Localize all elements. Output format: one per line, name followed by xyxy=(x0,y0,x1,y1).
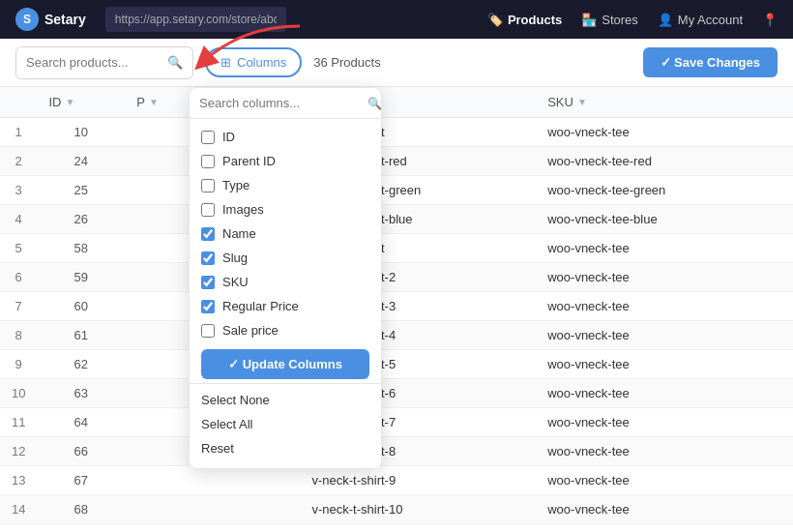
column-checkbox-type[interactable] xyxy=(201,179,215,192)
nav-products[interactable]: 🏷️ Products xyxy=(487,13,562,27)
sku-filter-icon[interactable]: ▼ xyxy=(577,97,587,107)
columns-label: Columns xyxy=(237,55,286,70)
cell-rownum: 13 xyxy=(0,466,37,495)
nav-links: 🏷️ Products 🏪 Stores 👤 My Account 📍 xyxy=(487,13,778,27)
nav-stores[interactable]: 🏪 Stores xyxy=(581,13,638,27)
column-item-slug[interactable]: Slug xyxy=(190,246,381,270)
column-checkbox-sku[interactable] xyxy=(201,276,215,289)
id-filter-icon[interactable]: ▼ xyxy=(65,97,74,107)
cell-rownum: 10 xyxy=(0,379,37,408)
cell-rownum: 5 xyxy=(0,234,37,263)
cell-id: 66 xyxy=(37,437,125,466)
column-item-sku[interactable]: SKU xyxy=(190,270,381,294)
table-header: ID ▼ P ▼ e ▼ Slug ▼ SKU ▼ xyxy=(0,87,793,118)
column-label-slug: Slug xyxy=(222,251,248,265)
table-row: 9 62 v-neck-t-shirt-5 woo-vneck-tee xyxy=(0,350,793,379)
search-input[interactable] xyxy=(26,55,162,70)
cell-rownum: 11 xyxy=(0,408,37,437)
p-filter-icon[interactable]: ▼ xyxy=(149,97,159,107)
table-row: 13 67 v-neck-t-shirt-9 woo-vneck-tee xyxy=(0,466,793,495)
cell-sku: woo-vneck-tee xyxy=(536,524,793,533)
cell-id: 24 xyxy=(37,147,125,176)
columns-button[interactable]: ⊞ Columns xyxy=(205,47,302,77)
column-label-parent_id: Parent ID xyxy=(222,154,276,168)
column-checkbox-sale_price[interactable] xyxy=(201,324,215,338)
cell-id: 64 xyxy=(37,408,125,437)
dropdown-search-box[interactable]: 🔍 xyxy=(190,88,381,119)
dropdown-search-icon: 🔍 xyxy=(367,97,382,110)
cell-rownum: 1 xyxy=(0,118,37,147)
nav-location[interactable]: 📍 xyxy=(762,13,778,27)
brand-logo[interactable]: S Setary xyxy=(15,8,86,31)
reset-action[interactable]: Reset xyxy=(190,436,381,460)
brand-name: Setary xyxy=(44,12,86,27)
save-label: ✓ Save Changes xyxy=(661,55,761,70)
cell-sku: woo-vneck-tee xyxy=(536,495,793,524)
search-box[interactable]: 🔍 xyxy=(15,46,193,79)
search-icon: 🔍 xyxy=(167,55,183,70)
column-item-name[interactable]: Name xyxy=(190,222,381,246)
cell-rownum: 15 xyxy=(0,524,37,533)
column-checkbox-id[interactable] xyxy=(201,131,215,144)
col-sku[interactable]: SKU ▼ xyxy=(536,87,793,118)
column-checkbox-regular_price[interactable] xyxy=(201,300,215,313)
column-item-images[interactable]: Images xyxy=(190,197,381,222)
nav-account-label: My Account xyxy=(678,13,743,27)
cell-rownum: 14 xyxy=(0,495,37,524)
select-none-action[interactable]: Select None xyxy=(190,388,381,412)
cell-id: 69 xyxy=(37,524,125,533)
cell-sku: woo-vneck-tee xyxy=(536,350,793,379)
cell-rownum: 3 xyxy=(0,176,37,205)
column-checkbox-slug[interactable] xyxy=(201,251,215,265)
cell-name xyxy=(205,495,300,524)
cell-sku: woo-vneck-tee xyxy=(536,321,793,350)
column-checkbox-parent_id[interactable] xyxy=(201,155,215,168)
table-row: 12 66 v-neck-t-shirt-8 woo-vneck-tee xyxy=(0,437,793,466)
cell-name xyxy=(205,466,300,495)
cell-sku: woo-vneck-tee xyxy=(536,292,793,321)
table-body: 1 10 -Shirt v-neck-t-shirt woo-vneck-tee… xyxy=(0,118,793,533)
dropdown-search-input[interactable] xyxy=(199,96,362,110)
cell-id: 26 xyxy=(37,205,125,234)
column-item-regular_price[interactable]: Regular Price xyxy=(190,294,381,318)
cell-sku: woo-vneck-tee xyxy=(536,466,793,495)
nav-account[interactable]: 👤 My Account xyxy=(658,13,743,27)
column-item-id[interactable]: ID xyxy=(190,125,381,149)
cell-sku: woo-vneck-tee-green xyxy=(536,176,793,205)
table-row: 14 68 v-neck-t-shirt-10 woo-vneck-tee xyxy=(0,495,793,524)
column-item-parent_id[interactable]: Parent ID xyxy=(190,149,381,173)
cell-rownum: 6 xyxy=(0,263,37,292)
table-row: 3 25 v-neck-t-shirt-green woo-vneck-tee-… xyxy=(0,176,793,205)
account-icon: 👤 xyxy=(658,13,673,27)
select-all-action[interactable]: Select All xyxy=(190,412,381,436)
cell-sku: woo-vneck-tee-red xyxy=(536,147,793,176)
brand-icon: S xyxy=(15,8,39,31)
column-checkbox-images[interactable] xyxy=(201,203,215,217)
columns-list: IDParent IDTypeImagesNameSlugSKURegular … xyxy=(190,119,381,341)
col-id[interactable]: ID ▼ xyxy=(37,87,125,118)
column-label-images: Images xyxy=(222,202,264,217)
url-bar[interactable] xyxy=(105,7,287,32)
table-row: 11 64 v-neck-t-shirt-7 woo-vneck-tee xyxy=(0,408,793,437)
cell-id: 59 xyxy=(37,263,125,292)
column-item-type[interactable]: Type xyxy=(190,173,381,197)
table-row: 8 61 v-neck-t-shirt-4 woo-vneck-tee xyxy=(0,321,793,350)
table-row: 15 69 v-neck-t-shirt-11 woo-vneck-tee xyxy=(0,524,793,533)
cell-id: 25 xyxy=(37,176,125,205)
cell-rownum: 12 xyxy=(0,437,37,466)
column-checkbox-name[interactable] xyxy=(201,227,215,241)
update-columns-label: ✓ Update Columns xyxy=(228,357,342,371)
cell-id: 63 xyxy=(37,379,125,408)
cell-sku: woo-vneck-tee xyxy=(536,234,793,263)
cell-sku: woo-vneck-tee xyxy=(536,408,793,437)
cell-p xyxy=(125,495,205,524)
column-label-regular_price: Regular Price xyxy=(222,299,299,313)
column-label-type: Type xyxy=(222,178,250,192)
dropdown-divider xyxy=(190,383,381,384)
table-row: 6 59 v-neck-t-shirt-2 woo-vneck-tee xyxy=(0,263,793,292)
column-item-sale_price[interactable]: Sale price xyxy=(190,318,381,341)
cell-p xyxy=(125,466,205,495)
update-columns-button[interactable]: ✓ Update Columns xyxy=(201,349,369,379)
cell-sku: woo-vneck-tee xyxy=(536,379,793,408)
save-button[interactable]: ✓ Save Changes xyxy=(643,47,778,77)
